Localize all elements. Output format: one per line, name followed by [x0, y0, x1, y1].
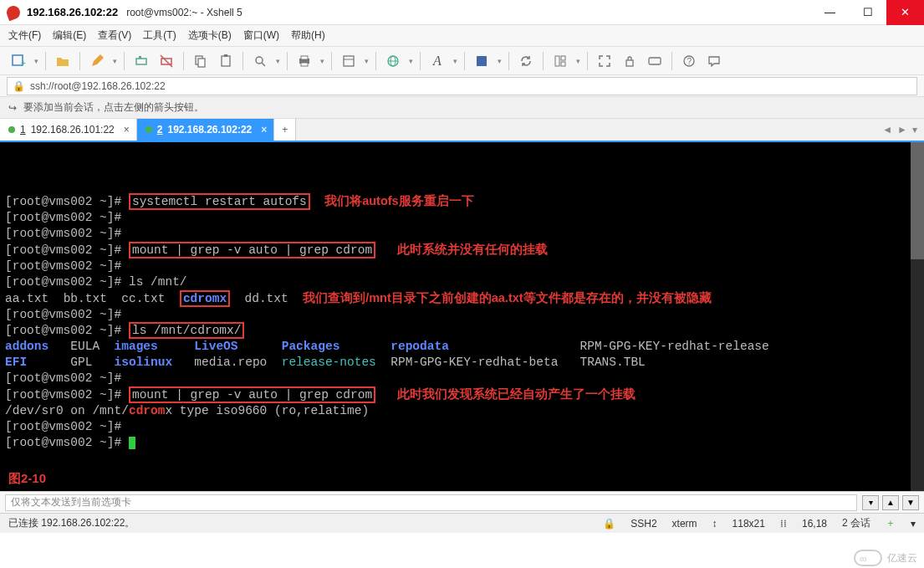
dropdown-icon[interactable]: ▾	[362, 57, 370, 65]
svg-rect-25	[649, 58, 661, 64]
svg-rect-9	[224, 54, 227, 57]
file: RPM-GPG-KEY-redhat-release	[580, 340, 769, 353]
tab-close-icon[interactable]: ×	[261, 124, 267, 136]
prompt: [root@vms002 ~]#	[5, 324, 129, 337]
open-icon[interactable]	[51, 49, 74, 73]
send-down-icon[interactable]: ▼	[902, 495, 919, 510]
fullscreen-icon[interactable]	[593, 49, 616, 73]
dir: images	[115, 340, 158, 353]
file: EULA	[70, 340, 100, 353]
status-menu-icon[interactable]: ▾	[911, 518, 916, 530]
close-button[interactable]: ✕	[886, 0, 924, 25]
app-icon	[5, 3, 23, 21]
tab-list-icon[interactable]: ▾	[912, 124, 917, 136]
menu-help[interactable]: 帮助(H)	[291, 28, 325, 43]
session-tab-2[interactable]: 2 192.168.26.102:22 ×	[137, 119, 274, 141]
dropdown-icon[interactable]: ▾	[451, 57, 459, 65]
prompt: [root@vms002 ~]#	[5, 243, 129, 257]
chat-icon[interactable]	[702, 49, 726, 73]
menu-window[interactable]: 窗口(W)	[243, 28, 279, 43]
lock-icon[interactable]	[618, 49, 641, 73]
disconnect-icon[interactable]	[155, 49, 178, 73]
file: release-notes	[282, 356, 376, 369]
layout-icon[interactable]	[549, 49, 572, 73]
window-title-host: 192.168.26.102:22	[27, 6, 118, 18]
annotation: 我们将autofs服务重启一下	[324, 194, 474, 207]
svg-rect-8	[222, 56, 230, 66]
svg-point-10	[256, 57, 263, 64]
help-icon[interactable]: ?	[677, 49, 701, 73]
dropdown-icon[interactable]: ▾	[406, 57, 415, 65]
session-tab-1[interactable]: 1 192.168.26.101:22 ×	[0, 119, 137, 141]
properties-icon[interactable]	[337, 49, 360, 73]
window-controls: — ☐ ✕	[811, 0, 924, 25]
tab-add-button[interactable]: +	[274, 119, 296, 141]
status-add-icon[interactable]: ＋	[886, 516, 896, 530]
tab-strip: 1 192.168.26.101:22 × 2 192.168.26.102:2…	[0, 119, 924, 142]
prompt: [root@vms002 ~]#	[5, 259, 129, 273]
command-restart-autofs: systemctl restart autofs	[129, 193, 310, 210]
copy-icon[interactable]	[189, 49, 212, 73]
prompt: [root@vms002 ~]#	[5, 195, 129, 208]
arrow-tip-icon[interactable]: ↪	[8, 102, 17, 114]
menu-tools[interactable]: 工具(T)	[143, 28, 176, 43]
tab-prev-icon[interactable]: ◄	[882, 124, 892, 136]
menu-file[interactable]: 文件(F)	[8, 28, 41, 43]
dropdown-icon[interactable]: ▾	[273, 57, 282, 65]
dir: LiveOS	[194, 340, 237, 353]
cloud-logo-icon: ∞	[854, 550, 882, 566]
tab-next-icon[interactable]: ►	[897, 124, 907, 136]
send-input[interactable]: 仅将文本发送到当前选项卡	[5, 494, 857, 511]
send-dropdown-icon[interactable]: ▾	[862, 495, 879, 510]
prompt: [root@vms002 ~]#	[5, 275, 129, 289]
svg-rect-23	[561, 62, 565, 66]
paste-icon[interactable]	[214, 49, 237, 73]
color-icon[interactable]	[470, 49, 493, 73]
svg-rect-22	[561, 56, 565, 60]
status-size-icon: ↕	[712, 518, 717, 530]
mount-output-post: x type iso9660 (ro,relatime)	[165, 404, 369, 417]
dropdown-icon[interactable]: ▾	[110, 57, 119, 65]
font-icon[interactable]: A	[426, 49, 449, 73]
svg-rect-24	[626, 60, 633, 66]
lock-small-icon: 🔒	[13, 80, 25, 92]
command-mount-grep: mount | grep -v auto | grep cdrom	[129, 242, 375, 258]
status-protocol: SSH2	[630, 518, 656, 530]
connect-icon[interactable]	[130, 49, 153, 73]
file: GPL	[70, 356, 92, 369]
svg-rect-13	[301, 56, 308, 59]
terminal[interactable]: [root@vms002 ~]# systemctl restart autof…	[0, 142, 924, 491]
dropdown-icon[interactable]: ▾	[318, 57, 326, 65]
maximize-button[interactable]: ☐	[849, 0, 886, 25]
status-cursor-icon: ⁞⁞	[780, 518, 787, 530]
menu-edit[interactable]: 编辑(E)	[53, 28, 86, 43]
find-icon[interactable]	[248, 49, 272, 73]
svg-text:+: +	[21, 59, 26, 68]
address-input[interactable]: 🔒 ssh://root@192.168.26.102:22	[7, 77, 917, 95]
annotation: 我们查询到/mnt目录下之前创建的aa.txt等文件都是存在的，并没有被隐藏	[303, 291, 712, 304]
pencil-icon[interactable]	[85, 49, 109, 73]
grep-match: cdrom	[129, 404, 166, 417]
status-dot-icon	[8, 126, 15, 133]
sync-icon[interactable]	[514, 49, 538, 73]
menu-tabs[interactable]: 选项卡(B)	[188, 28, 232, 43]
minimize-button[interactable]: —	[811, 0, 849, 25]
scrollbar-thumb[interactable]	[911, 142, 924, 259]
file: dd.txt	[245, 292, 288, 305]
print-icon[interactable]	[293, 49, 316, 73]
menubar: 文件(F) 编辑(E) 查看(V) 工具(T) 选项卡(B) 窗口(W) 帮助(…	[0, 25, 924, 47]
toolbar: + ▾ ▾ ▾ ▾ ▾ ▾ A ▾ ▾ ▾ ?	[0, 47, 924, 75]
annotation: 此时系统并没有任何的挂载	[397, 243, 548, 256]
dropdown-icon[interactable]: ▾	[574, 57, 582, 65]
tab-close-icon[interactable]: ×	[124, 124, 130, 136]
new-session-icon[interactable]: +	[7, 49, 30, 73]
status-connection: 已连接 192.168.26.102:22。	[8, 516, 135, 530]
dropdown-icon[interactable]: ▾	[495, 57, 503, 65]
send-up-icon[interactable]: ▲	[882, 495, 899, 510]
annotation: 此时我们发现系统已经自动产生了一个挂载	[397, 387, 636, 401]
address-bar: 🔒 ssh://root@192.168.26.102:22	[0, 75, 924, 97]
dropdown-icon[interactable]: ▾	[32, 57, 40, 65]
keyboard-icon[interactable]	[643, 49, 666, 73]
globe-icon[interactable]	[381, 49, 405, 73]
menu-view[interactable]: 查看(V)	[98, 28, 131, 43]
